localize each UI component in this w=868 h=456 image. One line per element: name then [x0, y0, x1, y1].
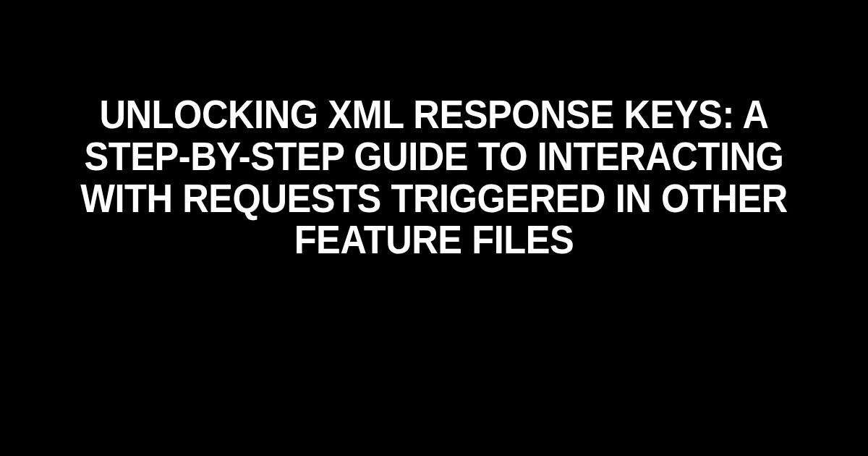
page-title: Unlocking XML Response Keys: A Step-by-S…	[61, 94, 807, 261]
